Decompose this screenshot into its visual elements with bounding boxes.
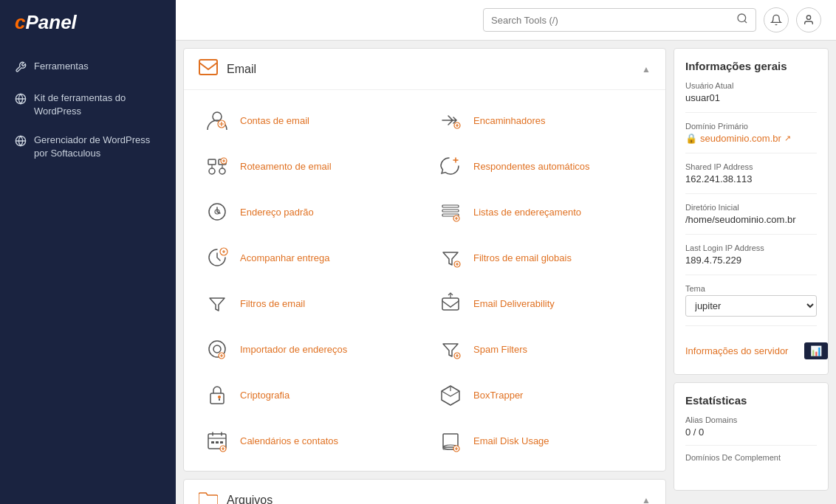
- grid-item-importador[interactable]: Importador de endereços: [191, 326, 425, 372]
- svg-rect-5: [199, 60, 217, 75]
- grid-item-filtros-email[interactable]: Filtros de email: [191, 280, 425, 326]
- sidebar-nav: Ferramentas Kit de ferramentas do WordPr…: [0, 45, 176, 175]
- criptografia-label: Criptografia: [240, 390, 289, 401]
- content-area: Email ▲: [176, 41, 836, 504]
- last-login-row: Last Login IP Address 189.4.75.229: [685, 244, 817, 275]
- shared-ip-label: Shared IP Address: [685, 162, 817, 171]
- email-section: Email ▲: [183, 48, 666, 472]
- sidebar-item-kit-wordpress[interactable]: Kit de ferramentas do WordPress: [0, 84, 176, 125]
- listas-icon: [436, 198, 465, 226]
- svg-rect-34: [220, 441, 223, 443]
- wrench-icon: [15, 61, 27, 77]
- info-card: Informações gerais Usuário Atual usuar01…: [674, 48, 829, 375]
- svg-point-6: [213, 112, 222, 121]
- sidebar-item-label: Gerenciador de WordPress por Softaculous: [34, 134, 161, 160]
- filtros-email-label: Filtros de email: [240, 298, 305, 309]
- folder-icon: [199, 490, 218, 504]
- section-header-left: Email: [199, 59, 256, 79]
- grid-item-criptografia[interactable]: Criptografia: [191, 372, 425, 418]
- email-section-header[interactable]: Email ▲: [184, 49, 665, 90]
- contas-email-icon: [203, 106, 231, 134]
- email-deliverability-label: Email Deliverability: [473, 298, 555, 309]
- tema-select[interactable]: jupiter: [685, 295, 817, 317]
- arquivos-header-left: Arquivos: [199, 490, 273, 504]
- last-login-label: Last Login IP Address: [685, 244, 817, 252]
- grid-item-encaminhadores[interactable]: Encaminhadores: [425, 97, 658, 143]
- svg-rect-30: [219, 398, 220, 401]
- main-area: Email ▲: [176, 0, 836, 504]
- sidebar-item-label: Kit de ferramentas do WordPress: [34, 92, 161, 118]
- svg-line-3: [744, 21, 747, 23]
- arquivos-section-title: Arquivos: [227, 494, 273, 505]
- sidebar-item-label: Ferramentas: [34, 60, 89, 73]
- search-box[interactable]: [483, 8, 756, 32]
- notifications-button[interactable]: [764, 7, 789, 32]
- email-deliverability-icon: [436, 289, 465, 317]
- svg-point-2: [738, 14, 746, 22]
- grid-item-roteamento[interactable]: Roteamento de email: [191, 143, 425, 189]
- last-login-value: 189.4.75.229: [685, 255, 817, 266]
- svg-rect-33: [216, 441, 219, 443]
- listas-label: Listas de endereçamento: [473, 207, 581, 218]
- grid-item-spam-filters[interactable]: Spam Filters: [425, 326, 658, 372]
- stats-title: Estatísticas: [685, 394, 817, 407]
- svg-point-25: [213, 345, 221, 353]
- grid-item-boxtrapper[interactable]: BoxTrapper: [425, 372, 658, 418]
- sidebar-item-gerenciador-wordpress[interactable]: Gerenciador de WordPress por Softaculous: [0, 126, 176, 168]
- grid-item-acompanhar[interactable]: Acompanhar entrega: [191, 235, 425, 280]
- lock-icon: 🔒: [685, 133, 697, 144]
- grid-item-respondentes[interactable]: Respondentes automáticos: [425, 143, 658, 189]
- email-items-grid: Contas de email Encaminhadores: [184, 90, 665, 471]
- svg-rect-32: [211, 441, 214, 443]
- svg-rect-16: [442, 205, 459, 207]
- filtros-globais-label: Filtros de email globais: [473, 252, 572, 263]
- endereco-padrao-icon: [203, 198, 231, 226]
- chart-icon: 📊: [804, 342, 828, 359]
- dominio-primario-label: Domínio Primário: [685, 122, 817, 131]
- grid-item-email-deliverability[interactable]: Email Deliverability: [425, 280, 658, 326]
- shared-ip-value: 162.241.38.113: [685, 173, 817, 184]
- boxtrapper-icon: [436, 381, 465, 409]
- email-disk-usage-icon: [436, 427, 465, 455]
- diretorio-inicial-value: /home/seudominio.com.br: [685, 214, 817, 225]
- arquivos-chevron-icon: ▲: [642, 495, 651, 505]
- contas-email-label: Contas de email: [240, 115, 309, 126]
- dominios-complement-row: Domínios De Complement: [685, 453, 817, 472]
- tema-label: Tema: [685, 284, 817, 293]
- filtros-globais-icon: [436, 244, 465, 272]
- arquivos-section-header[interactable]: Arquivos ▲: [184, 480, 665, 504]
- dominio-primario-row: Domínio Primário 🔒 seudominio.com.br ↗: [685, 122, 817, 153]
- user-button[interactable]: [796, 7, 821, 32]
- calendarios-icon: [203, 427, 231, 455]
- grid-item-contas-email[interactable]: Contas de email: [191, 97, 425, 143]
- svg-rect-22: [442, 298, 459, 310]
- importador-icon: [203, 335, 231, 363]
- search-input[interactable]: [491, 15, 732, 26]
- sidebar-item-ferramentas[interactable]: Ferramentas: [0, 52, 176, 84]
- grid-item-calendarios[interactable]: Calendários e contatos: [191, 418, 425, 463]
- grid-item-email-disk-usage[interactable]: Email Disk Usage: [425, 418, 658, 463]
- svg-rect-9: [208, 159, 216, 165]
- arquivos-section: Arquivos ▲: [183, 479, 666, 504]
- respondentes-icon: [436, 152, 465, 180]
- external-link-icon: ↗: [784, 134, 791, 143]
- encaminhadores-icon: [436, 106, 465, 134]
- wordpress-icon-2: [15, 135, 27, 151]
- acompanhar-icon: [203, 244, 231, 272]
- email-icon: [199, 59, 218, 79]
- dominio-primario-value[interactable]: 🔒 seudominio.com.br ↗: [685, 133, 817, 144]
- grid-item-filtros-globais[interactable]: Filtros de email globais: [425, 235, 658, 280]
- search-button[interactable]: [736, 13, 748, 27]
- svg-point-4: [806, 15, 810, 19]
- grid-item-endereco-padrao[interactable]: Endereço padrão: [191, 189, 425, 235]
- server-info-link[interactable]: Informações do servidor 📊: [685, 335, 817, 363]
- grid-item-listas[interactable]: Listas de endereçamento: [425, 189, 658, 235]
- alias-domains-row: Alias Domains 0 / 0: [685, 415, 817, 446]
- tema-row: Tema jupiter: [685, 284, 817, 326]
- email-chevron-icon: ▲: [642, 64, 651, 75]
- email-section-title: Email: [227, 63, 256, 76]
- endereco-padrao-label: Endereço padrão: [240, 207, 314, 218]
- respondentes-label: Respondentes automáticos: [473, 161, 590, 172]
- wordpress-icon-1: [15, 93, 27, 108]
- spam-filters-icon: [436, 335, 465, 363]
